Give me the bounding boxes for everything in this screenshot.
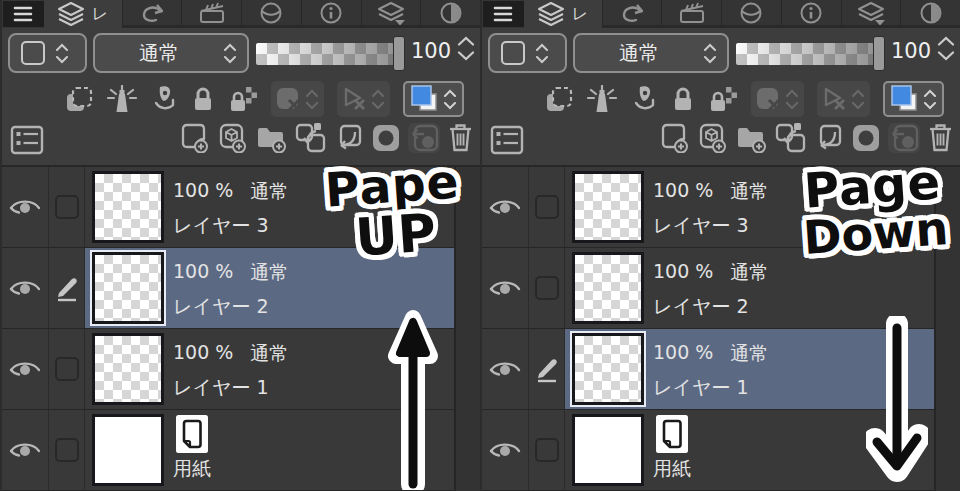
layer-row[interactable]: 100 % 通常 レイヤー 1: [482, 329, 934, 410]
edit-target-cell[interactable]: [49, 248, 85, 328]
new-folder-button[interactable]: [255, 123, 287, 153]
opacity-stepper[interactable]: [457, 36, 475, 61]
draft-layer-button[interactable]: [150, 85, 178, 113]
layer-row[interactable]: 100 % 通常 レイヤー 3: [2, 167, 454, 248]
reference-layer-button[interactable]: [587, 85, 617, 113]
visibility-cell[interactable]: [482, 248, 529, 328]
layer-row-content[interactable]: 100 % 通常 レイヤー 2: [565, 248, 934, 328]
draft-layer-button[interactable]: [630, 85, 658, 113]
layer-checkbox[interactable]: [55, 438, 79, 462]
lock-transparent-pixels-button[interactable]: [228, 85, 258, 113]
opacity-slider[interactable]: [256, 43, 394, 65]
layer-row[interactable]: 100 % 通常 レイヤー 3: [482, 167, 934, 248]
layer-row[interactable]: 用紙: [482, 410, 934, 491]
visibility-cell[interactable]: [2, 329, 49, 409]
edit-target-cell[interactable]: [529, 167, 565, 247]
layer-row-content[interactable]: 用紙: [85, 410, 454, 490]
layer-row-content[interactable]: 100 % 通常 レイヤー 2: [85, 248, 454, 328]
opacity-slider-handle[interactable]: [393, 36, 405, 71]
new-raster-layer-button[interactable]: [659, 122, 690, 153]
ruler-range-button[interactable]: [817, 81, 870, 117]
merge-with-below-button[interactable]: [334, 123, 364, 153]
opacity-stepper[interactable]: [937, 36, 955, 61]
new-raster-layer-button[interactable]: [179, 122, 210, 153]
lock-transparent-pixels-button[interactable]: [708, 85, 738, 113]
layer-row[interactable]: 100 % 通常 レイヤー 1: [2, 329, 454, 410]
layer-thumbnail[interactable]: [572, 333, 644, 405]
blend-mode-dropdown[interactable]: 通常: [573, 33, 729, 73]
opacity-slider[interactable]: [736, 43, 874, 65]
transfer-to-below-button[interactable]: [774, 122, 807, 153]
transfer-to-below-button[interactable]: [294, 122, 327, 153]
visibility-cell[interactable]: [482, 167, 529, 247]
visibility-cell[interactable]: [2, 410, 49, 490]
tab-layer[interactable]: レ: [44, 0, 122, 28]
tab-undo[interactable]: [602, 0, 662, 28]
palette-menu-button[interactable]: [3, 1, 44, 27]
layer-thumbnail[interactable]: [572, 414, 644, 486]
create-mask-button[interactable]: [371, 123, 401, 153]
apply-mask-button[interactable]: [408, 123, 440, 153]
layer-thumbnail[interactable]: [92, 252, 164, 324]
enable-mask-button[interactable]: [271, 81, 324, 117]
layer-row[interactable]: 100 % 通常 レイヤー 2: [2, 248, 454, 329]
layer-thumbnail[interactable]: [92, 171, 164, 243]
layer-thumbnail[interactable]: [572, 171, 644, 243]
layer-row-content[interactable]: 用紙: [565, 410, 934, 490]
create-mask-button[interactable]: [851, 123, 881, 153]
visibility-cell[interactable]: [2, 167, 49, 247]
layer-thumbnail[interactable]: [572, 252, 644, 324]
tab-layer[interactable]: レ: [524, 0, 602, 28]
layer-row-content[interactable]: 100 % 通常 レイヤー 1: [85, 329, 454, 409]
visibility-cell[interactable]: [482, 410, 529, 490]
tab-layer-property[interactable]: [361, 0, 421, 28]
layer-row-content[interactable]: 100 % 通常 レイヤー 1: [565, 329, 934, 409]
edit-target-cell[interactable]: [529, 248, 565, 328]
palette-menu-button[interactable]: [483, 1, 524, 27]
layer-color-button[interactable]: [403, 81, 464, 117]
tab-material[interactable]: [721, 0, 781, 28]
apply-mask-button[interactable]: [888, 123, 920, 153]
tab-timeline[interactable]: [181, 0, 241, 28]
layer-checkbox[interactable]: [535, 276, 559, 300]
tab-tone[interactable]: [900, 0, 960, 28]
layer-row-content[interactable]: 100 % 通常 レイヤー 3: [565, 167, 934, 247]
layer-color-button[interactable]: [883, 81, 944, 117]
delete-layer-button[interactable]: [447, 122, 474, 153]
edit-target-cell[interactable]: [49, 167, 85, 247]
layer-row[interactable]: 100 % 通常 レイヤー 2: [482, 248, 934, 329]
visibility-cell[interactable]: [482, 329, 529, 409]
layer-thumbnail[interactable]: [92, 333, 164, 405]
layer-checkbox[interactable]: [55, 357, 79, 381]
clip-to-layer-below-button[interactable]: [544, 86, 574, 113]
lock-layer-button[interactable]: [191, 85, 215, 113]
layer-checkbox[interactable]: [535, 438, 559, 462]
tab-information[interactable]: [781, 0, 841, 28]
palette-options-button[interactable]: [10, 125, 44, 155]
visibility-cell[interactable]: [2, 248, 49, 328]
layer-checkbox[interactable]: [535, 195, 559, 219]
layer-list-scroll-area[interactable]: [456, 165, 480, 491]
edit-target-cell[interactable]: [529, 329, 565, 409]
tab-information[interactable]: [301, 0, 361, 28]
tab-material[interactable]: [241, 0, 301, 28]
layer-list-scroll-area[interactable]: [936, 165, 960, 491]
layer-row-content[interactable]: 100 % 通常 レイヤー 3: [85, 167, 454, 247]
layer-thumbnail[interactable]: [92, 414, 164, 486]
tab-undo[interactable]: [122, 0, 182, 28]
palette-options-button[interactable]: [490, 125, 524, 155]
reference-layer-button[interactable]: [107, 85, 137, 113]
blend-mode-dropdown[interactable]: 通常: [93, 33, 249, 73]
palette-color-button[interactable]: [8, 33, 87, 73]
merge-with-below-button[interactable]: [814, 123, 844, 153]
layer-checkbox[interactable]: [55, 195, 79, 219]
layer-row[interactable]: 用紙: [2, 410, 454, 491]
opacity-slider-handle[interactable]: [873, 36, 885, 71]
new-folder-button[interactable]: [735, 123, 767, 153]
edit-target-cell[interactable]: [49, 410, 85, 490]
ruler-range-button[interactable]: [337, 81, 390, 117]
delete-layer-button[interactable]: [927, 122, 954, 153]
palette-color-button[interactable]: [488, 33, 567, 73]
lock-layer-button[interactable]: [671, 85, 695, 113]
tab-timeline[interactable]: [661, 0, 721, 28]
